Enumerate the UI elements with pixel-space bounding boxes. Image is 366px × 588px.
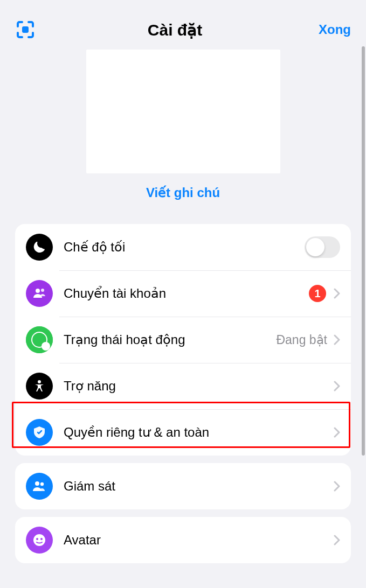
- done-button[interactable]: Xong: [314, 22, 351, 37]
- active-status-icon: [26, 326, 53, 353]
- svg-point-6: [42, 342, 50, 351]
- dark-mode-row[interactable]: Chế độ tối: [15, 224, 351, 270]
- header: Cài đặt Xong: [0, 0, 366, 46]
- accessibility-label: Trợ năng: [64, 379, 334, 394]
- svg-point-2: [41, 289, 44, 292]
- dark-mode-toggle[interactable]: [305, 236, 340, 258]
- notification-badge: 1: [309, 285, 326, 302]
- svg-point-7: [38, 380, 41, 383]
- chevron-right-icon: [334, 334, 340, 345]
- svg-rect-0: [22, 26, 29, 33]
- svg-point-10: [33, 534, 45, 546]
- settings-group-1: Chế độ tối Chuyển tài khoản 1 Trạng thái…: [15, 224, 351, 456]
- svg-point-9: [40, 482, 44, 486]
- qr-icon: [16, 20, 34, 39]
- svg-point-11: [36, 538, 38, 540]
- privacy-icon: [26, 419, 53, 446]
- avatar-icon: [26, 527, 53, 554]
- moon-icon: [26, 234, 53, 261]
- dark-mode-label: Chế độ tối: [64, 240, 305, 255]
- supervision-icon: [26, 473, 53, 500]
- svg-point-12: [40, 538, 43, 540]
- settings-group-3: Avatar: [15, 517, 351, 563]
- chevron-right-icon: [334, 288, 340, 299]
- settings-group-2: Giám sát: [15, 463, 351, 509]
- accessibility-icon: [26, 373, 53, 400]
- svg-point-8: [35, 481, 39, 486]
- switch-account-icon: [26, 280, 53, 307]
- accessibility-row[interactable]: Trợ năng: [15, 363, 351, 409]
- page-title: Cài đặt: [36, 20, 314, 39]
- privacy-label: Quyền riêng tư & an toàn: [64, 425, 334, 440]
- profile-image-placeholder[interactable]: [86, 50, 280, 173]
- active-status-value: Đang bật: [276, 333, 327, 347]
- switch-account-row[interactable]: Chuyển tài khoản 1: [15, 270, 351, 317]
- privacy-safety-row[interactable]: Quyền riêng tư & an toàn: [15, 409, 351, 456]
- profile-area: Viết ghi chú: [0, 46, 366, 216]
- chevron-right-icon: [334, 427, 340, 438]
- svg-point-1: [36, 289, 40, 293]
- write-note-button[interactable]: Viết ghi chú: [146, 185, 220, 200]
- active-status-label: Trạng thái hoạt động: [64, 332, 276, 347]
- active-status-row[interactable]: Trạng thái hoạt động Đang bật: [15, 317, 351, 363]
- supervision-label: Giám sát: [64, 479, 334, 494]
- toggle-knob: [306, 238, 324, 256]
- chevron-right-icon: [334, 481, 340, 492]
- chevron-right-icon: [334, 381, 340, 391]
- chevron-right-icon: [334, 535, 340, 545]
- avatar-label: Avatar: [64, 533, 334, 548]
- scrollbar[interactable]: [362, 46, 365, 456]
- qr-scan-button[interactable]: [15, 19, 36, 40]
- supervision-row[interactable]: Giám sát: [15, 463, 351, 509]
- switch-account-label: Chuyển tài khoản: [64, 286, 309, 301]
- avatar-row[interactable]: Avatar: [15, 517, 351, 563]
